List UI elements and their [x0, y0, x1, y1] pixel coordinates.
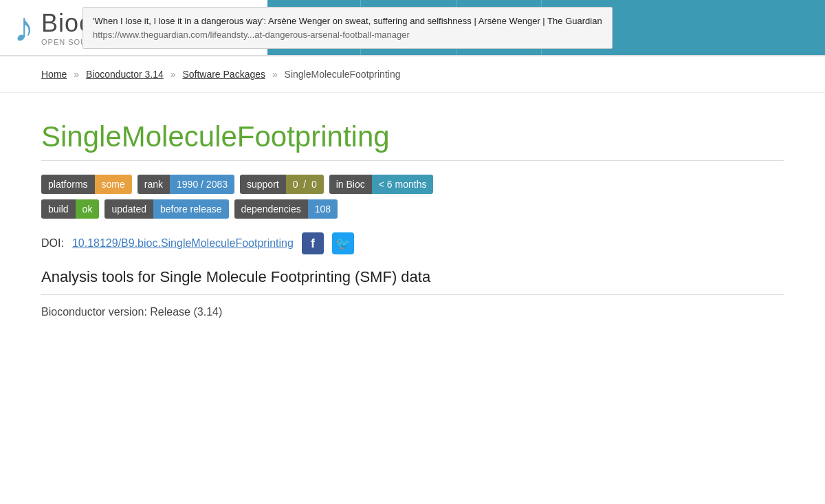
doi-prefix: DOI:: [41, 237, 64, 250]
badge-build-label: build: [41, 199, 76, 219]
badge-platforms: platforms some: [41, 175, 132, 194]
bioc-version: Bioconductor version: Release (3.14): [41, 306, 784, 318]
browser-tooltip: 'When I lose it, I lose it in a dangerou…: [82, 7, 613, 49]
badge-dependencies-label: dependencies: [234, 199, 308, 219]
twitter-icon[interactable]: 🐦: [332, 232, 354, 254]
badges-container: platforms some rank 1990 / 2083 support …: [41, 175, 784, 219]
breadcrumb-sep-1: »: [74, 69, 79, 80]
badge-build-value: ok: [76, 199, 100, 219]
badge-updated: updated before release: [104, 199, 228, 219]
badge-updated-value: before release: [153, 199, 229, 219]
tooltip-url: https://www.theguardian.com/lifeandsty..…: [93, 28, 602, 42]
badge-rank-value: 1990 / 2083: [170, 175, 234, 194]
doi-link[interactable]: 10.18129/B9.bioc.SingleMoleculeFootprint…: [72, 237, 294, 250]
breadcrumb-bioc[interactable]: Bioconductor 3.14: [86, 69, 164, 80]
badge-inbioc: in Bioc < 6 months: [329, 175, 434, 194]
breadcrumb-sep-3: »: [272, 69, 278, 80]
package-title: SingleMoleculeFootprinting: [41, 120, 784, 161]
doi-row: DOI: 10.18129/B9.bioc.SingleMoleculeFoot…: [41, 232, 784, 254]
badge-rank: rank 1990 / 2083: [138, 175, 234, 194]
package-description: Analysis tools for Single Molecule Footp…: [41, 268, 784, 295]
breadcrumb-sep-2: »: [170, 69, 176, 80]
main-content: SingleMoleculeFootprinting platforms som…: [0, 93, 825, 346]
badge-inbioc-value: < 6 months: [372, 175, 434, 194]
badge-inbioc-label: in Bioc: [329, 175, 372, 194]
badge-support: support 0 / 0: [240, 175, 324, 194]
facebook-icon[interactable]: f: [302, 232, 324, 254]
badge-updated-label: updated: [104, 199, 153, 219]
badges-row-2: build ok updated before release dependen…: [41, 199, 784, 219]
badge-build: build ok: [41, 199, 99, 219]
badge-dependencies: dependencies 108: [234, 199, 338, 219]
tooltip-title: 'When I lose it, I lose it in a dangerou…: [93, 14, 602, 28]
breadcrumb-home[interactable]: Home: [41, 69, 67, 80]
badge-support-label: support: [240, 175, 286, 194]
badge-dependencies-value: 108: [308, 199, 338, 219]
logo-icon: ♪: [14, 7, 34, 48]
breadcrumb: Home » Bioconductor 3.14 » Software Pack…: [0, 56, 825, 93]
badges-row-1: platforms some rank 1990 / 2083 support …: [41, 175, 784, 194]
badge-support-value: 0 / 0: [286, 175, 324, 194]
badge-rank-label: rank: [138, 175, 170, 194]
breadcrumb-packages[interactable]: Software Packages: [182, 69, 265, 80]
breadcrumb-current: SingleMoleculeFootprinting: [285, 69, 401, 80]
badge-platforms-label: platforms: [41, 175, 95, 194]
badge-platforms-value: some: [95, 175, 132, 194]
